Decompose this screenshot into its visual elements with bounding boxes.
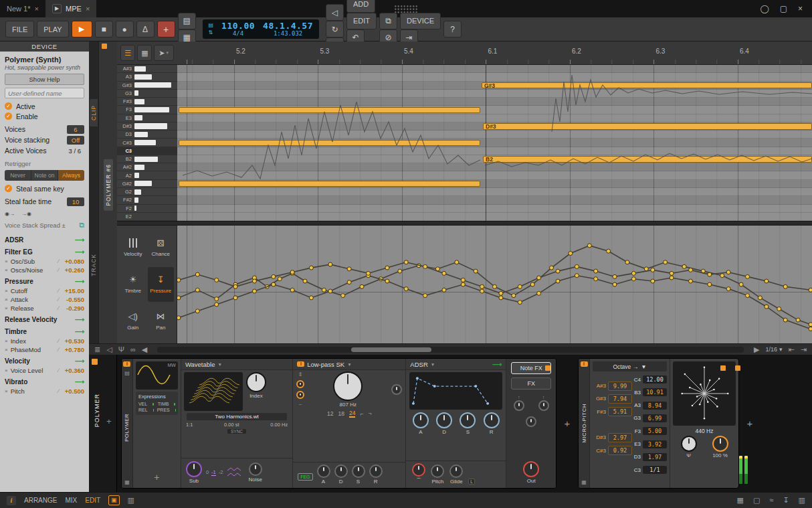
release-knob[interactable] <box>484 412 500 428</box>
device-name-input[interactable] <box>5 88 84 98</box>
prop-value[interactable]: 10 <box>67 197 84 206</box>
micropitch-note-c-3[interactable]: C#30.92 <box>593 445 632 456</box>
piano-key-f3[interactable]: F3 <box>117 106 177 114</box>
expression-tab-gain[interactable]: ◁)Gain <box>120 303 146 339</box>
prop-value[interactable]: 3 / 6 <box>66 147 85 155</box>
resonance-knob[interactable] <box>391 384 402 395</box>
piano-key-f2[interactable]: F2 <box>117 205 177 213</box>
mixer-panel-icon[interactable]: ▦ <box>737 496 744 505</box>
micropitch-note-a3[interactable]: A38.94 <box>627 400 667 411</box>
automation-panel-icon[interactable]: ≈ <box>769 496 773 505</box>
file-menu-button[interactable]: FILE <box>5 21 34 37</box>
tab-mpe[interactable]: ▶MPE× <box>45 0 96 17</box>
slope-24[interactable]: 24 <box>349 410 355 418</box>
note-value[interactable]: 9.99 <box>608 382 632 391</box>
mod-amount-value[interactable]: +0.260 <box>62 266 84 274</box>
mix-control[interactable]: 100 % <box>712 436 728 458</box>
help-button[interactable]: ? <box>443 21 462 37</box>
mod-amount-value[interactable]: +15.00 <box>62 287 84 294</box>
loop-button[interactable]: ↻ <box>326 21 344 37</box>
sustain-knob[interactable] <box>460 412 476 428</box>
mod-target-pitch[interactable]: ×Pitch∕+0.500 <box>5 387 84 396</box>
micropitch-note-d-3[interactable]: D#32.97 <box>593 432 632 443</box>
panel-layout-icon[interactable]: ▣ <box>108 495 120 505</box>
remove-modulation-icon[interactable]: × <box>5 367 8 373</box>
piano-key-d-3[interactable]: D#3 <box>117 122 177 131</box>
scrollbar-thumb[interactable] <box>351 347 431 352</box>
semitone-value[interactable]: 0.00 st <box>224 422 239 428</box>
tab-new-1[interactable]: New 1*× <box>0 0 45 17</box>
note-grid[interactable]: G#3D#3B2 <box>177 65 812 221</box>
play-menu-button[interactable]: PLAY <box>37 21 68 37</box>
prop-value[interactable]: Off <box>67 136 84 145</box>
piano-key-c-3[interactable]: C#3 <box>117 139 177 147</box>
wavetable-name[interactable]: Two Harmonics.wt <box>187 413 287 420</box>
spread-knob[interactable] <box>526 416 536 427</box>
toggle-active[interactable]: ✓Active <box>5 101 84 111</box>
stack-layers-icon[interactable]: ⧉ <box>79 221 84 230</box>
output-control[interactable]: Out <box>523 461 539 484</box>
ratio-value[interactable]: 1:1 <box>186 422 193 428</box>
sub-knob[interactable] <box>186 461 202 477</box>
mod-target-oscs-noise[interactable]: ×Oscs/Noise∕+0.260 <box>5 266 84 274</box>
position-value[interactable]: 48.1.4.57 <box>263 21 313 31</box>
piano-key-g3[interactable]: G3 <box>117 90 177 98</box>
mod-amount-value[interactable]: +0.780 <box>62 346 84 353</box>
micropitch-note-g3[interactable]: G36.99 <box>627 413 667 424</box>
device-panel-track-name[interactable]: POLYMER <box>94 394 100 427</box>
zoom-fit-icon[interactable]: ⇤ <box>789 345 795 354</box>
mod-amount-value[interactable]: +0.080 <box>62 258 84 265</box>
mod-target-attack[interactable]: ×Attack∕-0.550 <box>5 295 84 304</box>
view-edit[interactable]: EDIT <box>85 497 100 504</box>
time-signature[interactable]: 4/4 <box>221 31 255 37</box>
dual-display-icon[interactable]: ▥ <box>128 496 134 505</box>
mod-source-arrow-icon[interactable]: ⟶ <box>75 328 84 335</box>
tempo-display[interactable]: 110.00 4/4 <box>221 21 255 37</box>
expression-tab-chance[interactable]: ⚄Chance <box>148 230 175 266</box>
expressions-box[interactable]: Expressions VELTIMB RELPRES <box>136 392 178 415</box>
metronome-button[interactable]: Δ <box>136 21 155 37</box>
editor-divider[interactable] <box>117 221 812 226</box>
mod-target-voice-level[interactable]: ×Voice Level∕+0.360 <box>5 366 84 375</box>
micropitch-power-button[interactable] <box>581 361 588 367</box>
mod-target-release[interactable]: ×Release∕-0.290 <box>5 304 84 313</box>
expression-tab-pressure[interactable]: ↧Pressure <box>148 267 175 303</box>
feg-sustain-knob[interactable] <box>352 464 365 478</box>
device-polymer[interactable]: ▤ POLYMER ▦ MW Expressions VELTIMB RELPR… <box>121 358 556 489</box>
layers-icon[interactable]: ≣ <box>94 345 100 354</box>
device-micro-pitch[interactable]: MICRO-PITCH ▦ Octave → ▼ C412.00B310.91A… <box>578 358 739 489</box>
tempo-value[interactable]: 110.00 <box>221 21 255 31</box>
remove-modulation-icon[interactable]: × <box>5 258 8 264</box>
polymer-power-button[interactable] <box>123 361 130 367</box>
mix-value[interactable]: 100 % <box>712 452 728 458</box>
punch-in-button[interactable]: + <box>157 21 175 37</box>
reference-knob[interactable] <box>681 436 697 452</box>
index-control[interactable]: Index <box>246 372 266 399</box>
index-knob[interactable] <box>246 372 266 392</box>
add-oscillator-button[interactable]: + <box>154 472 159 483</box>
edit-menu-button[interactable]: EDIT <box>346 13 377 29</box>
toggle-steal-same-key[interactable]: ✓ Steal same key <box>5 183 84 193</box>
remove-modulation-icon[interactable]: × <box>5 297 8 303</box>
sub-octave-0[interactable]: 0 <box>206 469 209 476</box>
scroll-right-icon[interactable]: ▶ <box>754 345 759 354</box>
mod-target-osc-sub[interactable]: ×Osc/Sub∕+0.080 <box>5 257 84 266</box>
cutoff-value[interactable]: 807 Hz <box>340 402 357 408</box>
filter-power-button[interactable] <box>297 361 304 367</box>
piano-key-a3[interactable]: A3 <box>117 73 177 81</box>
mod-amount-value[interactable]: -0.550 <box>62 296 84 303</box>
view-arrange[interactable]: ARRANGE <box>24 497 57 504</box>
window-activity-icon[interactable]: ◯ <box>760 4 769 13</box>
grid-division-selector[interactable]: 1/16 ▾ <box>766 346 783 353</box>
track-tab[interactable]: TRACK <box>90 248 98 282</box>
fx-slot[interactable]: FX <box>511 377 551 390</box>
filter-type-selector[interactable]: Low-pass SK ▼ <box>293 359 405 370</box>
pitch-knob[interactable] <box>431 464 444 478</box>
micropitch-note-g-3[interactable]: G#37.94 <box>593 394 632 404</box>
env-amount-knob[interactable] <box>412 463 425 477</box>
mod-source-arrow-icon[interactable]: ⟶ <box>75 248 84 256</box>
expression-tab-pan[interactable]: ⋈Pan <box>148 303 175 339</box>
envelope-display[interactable] <box>409 372 502 410</box>
noise-knob[interactable] <box>249 462 262 476</box>
position-display[interactable]: 48.1.4.57 1:43.032 <box>263 21 313 37</box>
